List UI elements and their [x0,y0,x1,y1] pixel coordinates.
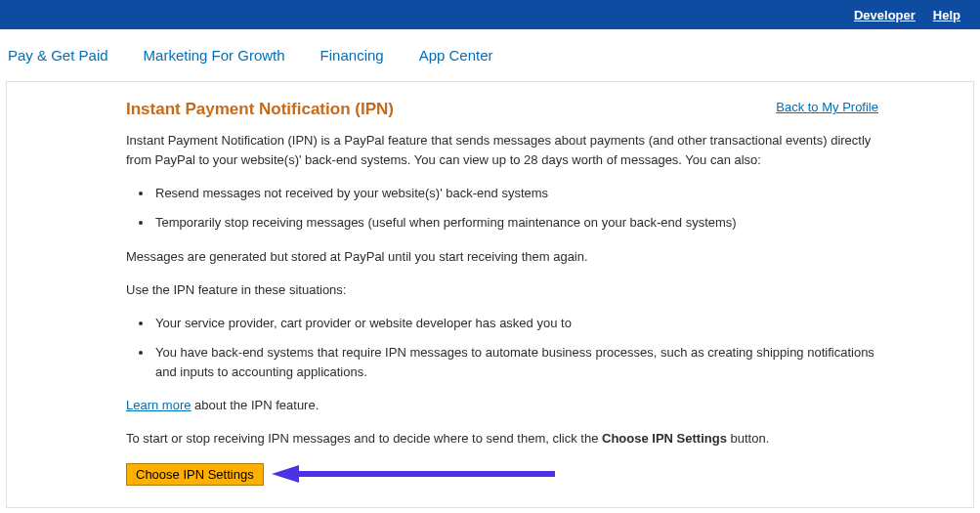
situations-list: Your service provider, cart provider or … [126,314,878,382]
learn-more-after: about the IPN feature. [191,398,319,412]
choose-ipn-bold: Choose IPN Settings [602,431,727,446]
start-prefix: To start or stop receiving IPN messages … [126,431,602,446]
arrow-annotation-icon [272,463,555,485]
nav-marketing[interactable]: Marketing For Growth [144,47,285,64]
learn-more-line: Learn more about the IPN feature. [126,396,878,415]
svg-marker-1 [272,465,299,483]
start-suffix: button. [727,431,769,446]
list-item: You have back-end systems that require I… [153,343,878,382]
intro-text: Instant Payment Notification (IPN) is a … [126,131,878,170]
main-nav: Pay & Get Paid Marketing For Growth Fina… [0,29,980,81]
list-item: Your service provider, cart provider or … [153,314,878,333]
content-panel: Instant Payment Notification (IPN) Back … [6,81,974,508]
top-bar: Developer Help [0,0,980,29]
page-title: Instant Payment Notification (IPN) [126,100,394,119]
choose-ipn-settings-button[interactable]: Choose IPN Settings [126,463,264,486]
developer-link[interactable]: Developer [854,8,916,22]
nav-pay-get-paid[interactable]: Pay & Get Paid [8,47,108,64]
list-item: Temporarily stop receiving messages (use… [153,213,878,233]
nav-app-center[interactable]: App Center [419,47,493,64]
nav-financing[interactable]: Financing [320,47,384,64]
use-in-text: Use the IPN feature in these situations: [126,280,878,300]
stored-text: Messages are generated but stored at Pay… [126,247,878,267]
help-link[interactable]: Help [933,8,960,22]
back-to-profile-link[interactable]: Back to My Profile [776,100,878,114]
list-item: Resend messages not received by your web… [153,184,878,203]
learn-more-link[interactable]: Learn more [126,398,191,412]
start-instruction: To start or stop receiving IPN messages … [126,429,878,449]
actions-list: Resend messages not received by your web… [126,184,878,233]
